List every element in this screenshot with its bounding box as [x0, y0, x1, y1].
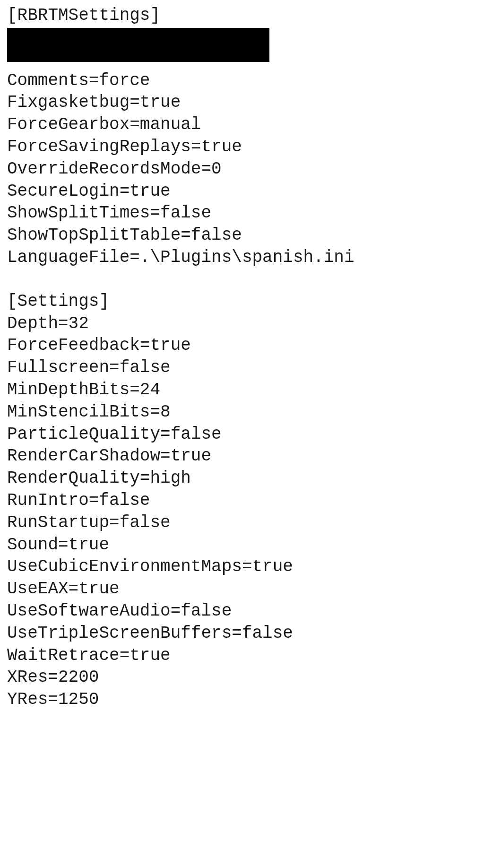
section-header-settings: [Settings] [7, 291, 477, 313]
blank-line [7, 269, 477, 291]
redacted-block [7, 28, 269, 62]
ini-line: ForceFeedback=true [7, 335, 477, 357]
ini-line: ForceSavingReplays=true [7, 136, 477, 158]
ini-line: MinDepthBits=24 [7, 379, 477, 401]
ini-line: OverrideRecordsMode=0 [7, 158, 477, 181]
ini-line: RenderCarShadow=true [7, 445, 477, 468]
ini-line: RunStartup=false [7, 512, 477, 534]
ini-line: XRes=2200 [7, 667, 477, 689]
ini-line: ShowTopSplitTable=false [7, 225, 477, 247]
ini-line: SecureLogin=true [7, 181, 477, 203]
ini-line: UseSoftwareAudio=false [7, 600, 477, 623]
ini-line: ParticleQuality=false [7, 424, 477, 446]
ini-line: YRes=1250 [7, 689, 477, 711]
ini-line: RunIntro=false [7, 490, 477, 512]
ini-line: Sound=true [7, 534, 477, 556]
ini-line: Comments=force [7, 70, 477, 92]
section-header-rbrtm: [RBRTMSettings] [7, 5, 477, 27]
ini-line: MinStencilBits=8 [7, 401, 477, 424]
ini-line: Fullscreen=false [7, 357, 477, 379]
ini-line: UseTripleScreenBuffers=false [7, 623, 477, 645]
ini-line: ShowSplitTimes=false [7, 202, 477, 225]
ini-line: ForceGearbox=manual [7, 114, 477, 136]
ini-line: LanguageFile=.\Plugins\spanish.ini [7, 247, 477, 269]
ini-line: WaitRetrace=true [7, 645, 477, 667]
ini-line: UseCubicEnvironmentMaps=true [7, 556, 477, 578]
ini-line: Fixgasketbug=true [7, 92, 477, 114]
ini-line: Depth=32 [7, 313, 477, 335]
ini-line: RenderQuality=high [7, 468, 477, 490]
ini-line: UseEAX=true [7, 578, 477, 600]
